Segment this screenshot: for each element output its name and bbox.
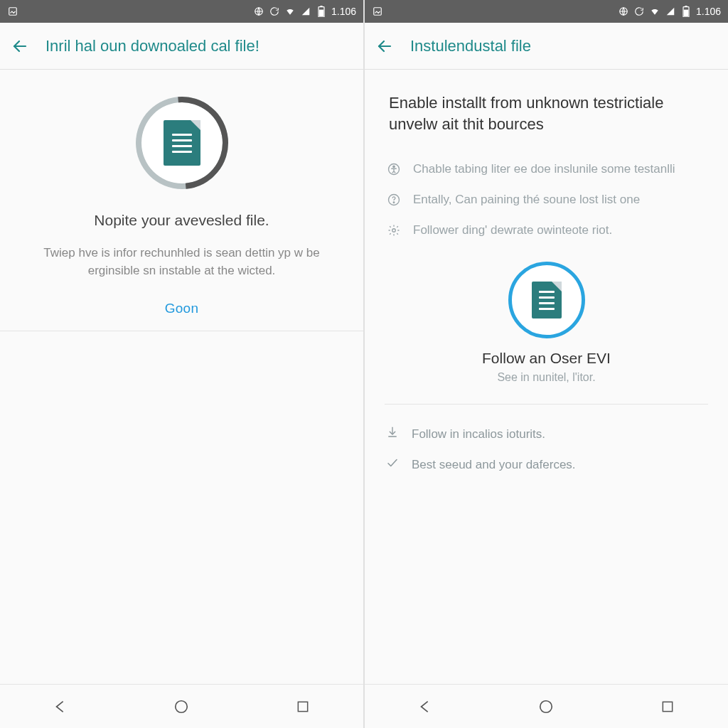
svg-rect-22 xyxy=(663,702,672,711)
nav-bar xyxy=(365,684,728,728)
battery-icon xyxy=(316,6,327,17)
info-ring-icon xyxy=(508,262,585,338)
svg-rect-3 xyxy=(320,6,322,7)
battery-icon xyxy=(680,6,692,17)
list-item-text: Follow in incalios ioturits. xyxy=(412,427,545,441)
nav-recents-button[interactable] xyxy=(657,696,678,717)
svg-rect-8 xyxy=(374,8,382,16)
back-button[interactable] xyxy=(10,36,30,56)
phone-right: 1.106 Instulendustal file Enable install… xyxy=(363,0,728,728)
list-item: Follower ding' dewrate owinteote riot. xyxy=(386,215,707,246)
document-icon xyxy=(532,282,562,318)
download-icon xyxy=(386,426,399,442)
image-icon xyxy=(372,6,383,17)
status-bar: 1.106 xyxy=(365,0,728,23)
phone-left: 1.106 Inril hal oun downoaled cal file! … xyxy=(0,0,363,728)
globe-icon xyxy=(253,6,264,17)
help-icon xyxy=(386,192,402,208)
hero-subtitle: Twiep hve is infor rechunhled is sean de… xyxy=(21,245,342,279)
svg-point-17 xyxy=(393,202,395,203)
divider xyxy=(0,331,363,331)
hero-title: Nopite your avevesled file. xyxy=(94,212,269,229)
nav-back-button[interactable] xyxy=(414,696,436,717)
list-item-text: Best seeud and your daferces. xyxy=(412,458,576,472)
gear-icon xyxy=(386,223,402,238)
page-title: Instulendustal file xyxy=(410,37,531,55)
list-item: Follow in incalios ioturits. xyxy=(386,419,707,449)
mini-subtitle: See in nunitel, l'itor. xyxy=(497,371,595,384)
svg-point-18 xyxy=(392,229,396,232)
status-bar: 1.106 xyxy=(0,0,363,23)
nav-back-button[interactable] xyxy=(50,696,71,717)
signal-icon xyxy=(300,6,311,17)
list-item: Chable tabing liter ee doe inslunile som… xyxy=(386,154,707,185)
list-item: Entally, Can paining thé soune lost list… xyxy=(386,185,707,215)
accessibility-icon xyxy=(386,161,402,177)
svg-rect-0 xyxy=(9,8,17,16)
list-item-text: Chable tabing liter ee doe inslunile som… xyxy=(413,161,675,178)
main-content: Nopite your avevesled file. Twiep hve is… xyxy=(0,70,363,684)
main-content: Enable installt from unknown testrictial… xyxy=(365,70,728,684)
svg-point-21 xyxy=(540,700,552,712)
back-button[interactable] xyxy=(375,36,395,56)
refresh-icon xyxy=(269,6,280,17)
wifi-icon xyxy=(649,6,660,17)
status-time: 1.106 xyxy=(331,6,356,17)
document-icon xyxy=(164,120,200,166)
nav-recents-button[interactable] xyxy=(292,696,314,717)
svg-point-15 xyxy=(393,166,395,167)
svg-point-6 xyxy=(176,700,188,712)
nav-home-button[interactable] xyxy=(535,696,557,717)
progress-ring-icon xyxy=(136,97,228,189)
mini-title: Follow an Oser EVI xyxy=(482,350,611,367)
primary-action-button[interactable]: Goon xyxy=(165,301,199,316)
list-item-text: Entally, Can paining thé soune lost list… xyxy=(413,192,640,208)
section-heading: Enable installt from unknown testrictial… xyxy=(365,70,728,144)
globe-icon xyxy=(618,6,629,17)
check-icon xyxy=(386,456,399,473)
steps-list: Follow in incalios ioturits. Best seeud … xyxy=(365,405,728,480)
app-bar: Instulendustal file xyxy=(365,23,728,70)
svg-rect-7 xyxy=(298,702,307,711)
svg-rect-11 xyxy=(685,6,687,7)
refresh-icon xyxy=(633,6,645,17)
wifi-icon xyxy=(284,6,296,17)
image-icon xyxy=(7,6,18,17)
app-bar: Inril hal oun downoaled cal file! xyxy=(0,23,363,70)
page-title: Inril hal oun downoaled cal file! xyxy=(46,37,259,55)
status-time: 1.106 xyxy=(696,6,721,17)
nav-home-button[interactable] xyxy=(171,696,192,717)
signal-icon xyxy=(665,6,676,17)
nav-bar xyxy=(0,684,363,728)
svg-rect-4 xyxy=(319,10,323,17)
list-item: Best seeud and your daferces. xyxy=(386,449,707,480)
list-item-text: Follower ding' dewrate owinteote riot. xyxy=(413,223,612,239)
svg-rect-12 xyxy=(684,10,688,17)
info-list: Chable tabing liter ee doe inslunile som… xyxy=(365,144,728,246)
